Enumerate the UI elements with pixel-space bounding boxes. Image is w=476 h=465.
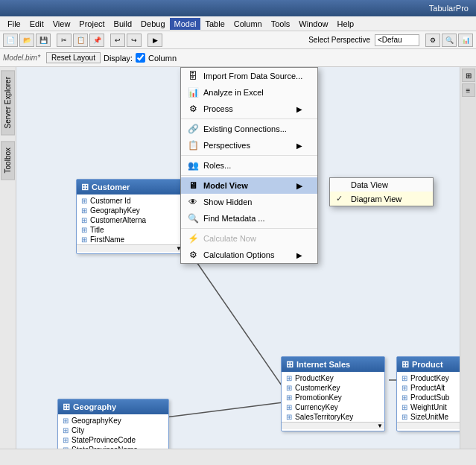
menu-import-data-source[interactable]: 🗄 Import From Data Source... (181, 68, 317, 84)
customer-table-icon: ⊞ (81, 182, 89, 192)
table-row: ⊞ CustomerKey (282, 383, 384, 393)
table-row: ⊞ ProductKey (397, 373, 460, 383)
field-icon: ⊞ (81, 235, 87, 244)
table-row: ⊞ WeightUnit (397, 402, 460, 412)
field-icon: ⊞ (63, 417, 69, 425)
table-row: ⊞ ProductAlt (397, 383, 460, 393)
right-icon-2[interactable]: ≡ (462, 83, 475, 97)
right-icon-1[interactable]: ⊞ (462, 69, 475, 82)
submenu-data-view[interactable]: Data View (330, 178, 433, 192)
internet-sales-table-header: ⊞ Internet Sales (282, 357, 384, 372)
show-hidden-icon: 👁 (187, 196, 199, 208)
server-explorer-tab[interactable]: Server Explorer (1, 70, 15, 135)
diagram-area[interactable]: ⊞ Customer ⊞ Customer Id ⊞ GeographyKey … (16, 67, 460, 449)
menu-find-metadata[interactable]: 🔍 Find Metadata ... (181, 210, 317, 227)
menu-analyze-excel[interactable]: 📊 Analyze in Excel (181, 84, 317, 101)
column-checkbox[interactable] (136, 53, 145, 63)
toolbar-undo[interactable]: ↩ (110, 34, 125, 47)
submenu-diagram-view[interactable]: ✓ Diagram View (330, 192, 433, 206)
field-icon: ⊞ (63, 436, 69, 444)
field-icon: ⊞ (81, 216, 87, 224)
menu-bar: File Edit View Project Build Debug Model… (0, 16, 476, 31)
menu-roles[interactable]: 👥 Roles... (181, 157, 317, 174)
toolbar-icons-3[interactable]: 📊 (458, 34, 473, 47)
calc-options-icon: ⚙ (187, 249, 199, 261)
menu-column[interactable]: Column (229, 18, 267, 30)
toolbar-main: 📄 📂 💾 ✂ 📋 📌 ↩ ↪ ▶ Select Perspective ⚙ 🔍… (0, 31, 476, 49)
menu-calculate-now: ⚡ Calculate Now (181, 230, 317, 247)
product-table-header: ⊞ Product (397, 357, 460, 372)
toolbox-tab[interactable]: Toolbox (1, 141, 15, 180)
table-row: ⊞ GeographyKey (58, 416, 168, 426)
table-row: ⊞ Customer Id (77, 196, 183, 206)
table-row: ⊞ CustomerAlterna (77, 215, 183, 225)
toolbar-save[interactable]: 💾 (36, 34, 51, 47)
menu-view[interactable]: View (48, 18, 75, 30)
scroll-down-sales[interactable]: ▼ (377, 423, 383, 429)
field-icon: ⊞ (63, 426, 69, 434)
menu-perspectives[interactable]: 📋 Perspectives ▶ (181, 137, 317, 154)
toolbar-cut[interactable]: ✂ (57, 34, 72, 47)
menu-process[interactable]: ⚙ Process ▶ (181, 101, 317, 117)
toolbar-icons-1[interactable]: ⚙ (425, 34, 440, 47)
field-icon: ⊞ (402, 374, 407, 382)
display-label: Display: (104, 54, 133, 63)
model-dropdown-menu: 🗄 Import From Data Source... 📊 Analyze i… (180, 67, 318, 264)
menu-edit[interactable]: Edit (25, 18, 48, 30)
calc-options-arrow: ▶ (289, 251, 302, 259)
toolbar-icons-2[interactable]: 🔍 (442, 34, 457, 47)
menu-help[interactable]: Help (332, 18, 358, 30)
field-icon: ⊞ (286, 403, 292, 411)
field-icon: ⊞ (63, 446, 69, 449)
table-row: ⊞ ProductKey (282, 373, 384, 383)
menu-sep-4 (181, 228, 317, 229)
table-row: ⊞ StateProvinceCode (58, 435, 168, 445)
internet-sales-table-body: ⊞ ProductKey ⊞ CustomerKey ⊞ PromotionKe… (282, 372, 384, 431)
menu-project[interactable]: Project (74, 18, 109, 30)
toolbar-start[interactable]: ▶ (147, 34, 162, 47)
file-tab-label[interactable]: Model.bim* (3, 54, 40, 62)
excel-icon: 📊 (187, 86, 199, 98)
reset-layout-button[interactable]: Reset Layout (46, 52, 101, 63)
product-table-icon: ⊞ (402, 359, 409, 370)
calculate-now-icon: ⚡ (187, 232, 199, 244)
menu-calculation-options[interactable]: ⚙ Calculation Options ▶ (181, 247, 317, 263)
menu-build[interactable]: Build (110, 18, 136, 30)
scroll-indicator-prod: ▼ (397, 422, 460, 429)
column-checkbox-label: Column (136, 53, 177, 63)
toolbar-open[interactable]: 📂 (19, 34, 34, 47)
menu-model-view[interactable]: 🖥 Model View ▶ (181, 177, 317, 194)
menu-sep-2 (181, 155, 317, 156)
toolbar-redo[interactable]: ↪ (127, 34, 142, 47)
menu-existing-connections[interactable]: 🔗 Existing Connections... (181, 121, 317, 137)
field-icon: ⊞ (402, 413, 407, 421)
toolbar-copy[interactable]: 📋 (73, 34, 88, 47)
menu-tools[interactable]: Tools (267, 18, 295, 30)
toolbar-paste[interactable]: 📌 (89, 34, 104, 47)
table-row: ⊞ ProductSub (397, 393, 460, 402)
menu-show-hidden[interactable]: 👁 Show Hidden (181, 194, 317, 210)
model-view-submenu: Data View ✓ Diagram View (329, 177, 434, 206)
menu-table[interactable]: Table (200, 18, 229, 30)
process-icon: ⚙ (187, 103, 199, 115)
diagram-view-checkmark: ✓ (336, 194, 346, 203)
import-icon: 🗄 (187, 70, 199, 82)
menu-model[interactable]: Model (170, 18, 201, 30)
perspective-input[interactable] (375, 34, 419, 46)
menu-file[interactable]: File (3, 18, 25, 30)
svg-line-1 (165, 402, 283, 417)
left-sidebar: Server Explorer Toolbox (0, 67, 16, 449)
menu-window[interactable]: Window (294, 18, 332, 30)
geography-table-icon: ⊞ (63, 402, 70, 412)
geography-table: ⊞ Geography ⊞ GeographyKey ⊞ City ⊞ Stat… (57, 399, 169, 449)
main-layout: Server Explorer Toolbox ⊞ Customer (0, 67, 476, 449)
menu-debug[interactable]: Debug (136, 18, 169, 30)
field-icon: ⊞ (81, 197, 87, 205)
customer-table-header: ⊞ Customer (77, 180, 183, 194)
connection-icon: 🔗 (187, 123, 199, 135)
field-icon: ⊞ (402, 393, 407, 402)
field-icon: ⊞ (81, 206, 87, 215)
toolbar-new[interactable]: 📄 (3, 34, 18, 47)
select-perspective-label: Select Perspective (308, 36, 370, 44)
internet-sales-table: ⊞ Internet Sales ⊞ ProductKey ⊞ Customer… (281, 356, 385, 431)
